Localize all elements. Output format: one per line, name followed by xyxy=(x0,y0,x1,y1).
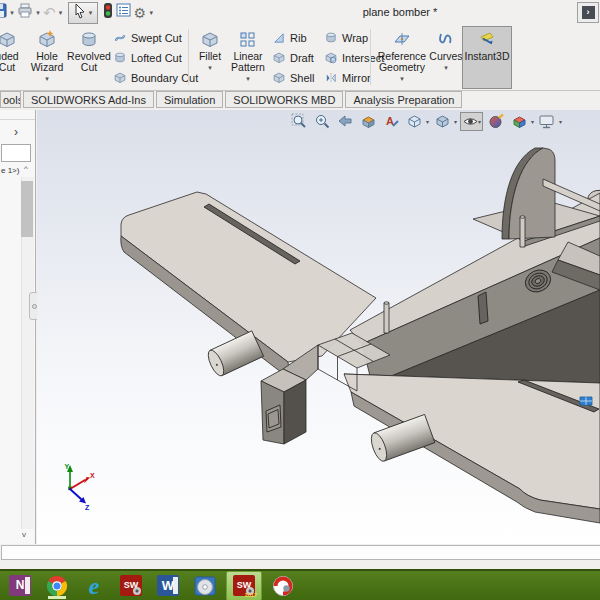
triad-z-label: Z xyxy=(85,504,90,511)
view-orientation-caret-icon[interactable] xyxy=(426,118,429,125)
apply-scene-button[interactable] xyxy=(509,112,529,131)
command-flyout-button[interactable] xyxy=(577,2,599,23)
instant3d-button[interactable]: Instant3D xyxy=(462,26,512,89)
tail-fin-face[interactable] xyxy=(509,148,555,239)
print-button[interactable] xyxy=(17,2,33,24)
status-strip xyxy=(0,560,600,569)
undo-button[interactable] xyxy=(43,2,56,24)
linear-pattern-button[interactable]: Linear Pattern xyxy=(226,27,270,87)
tab-simulation[interactable]: Simulation xyxy=(156,91,223,108)
hide-show-items-icon xyxy=(462,113,479,130)
rib-icon xyxy=(272,31,286,45)
feature-tree-root-text[interactable]: e 1>) xyxy=(1,166,19,175)
reference-geometry-caret-icon[interactable] xyxy=(398,73,406,84)
curves-button[interactable]: Curves xyxy=(428,27,464,87)
zoom-to-fit-button[interactable] xyxy=(289,112,309,131)
taskbar-chrome-button[interactable] xyxy=(45,572,69,599)
display-style-caret-icon[interactable] xyxy=(454,118,457,125)
hole-wizard-button[interactable]: Hole Wizard xyxy=(27,27,67,87)
taskbar-solidworks-button[interactable] xyxy=(119,572,143,599)
rebuild-button[interactable] xyxy=(102,2,114,24)
fuselage-peg-front[interactable] xyxy=(384,302,389,333)
print-dropdown-caret-icon[interactable] xyxy=(34,9,42,17)
edit-appearance-icon xyxy=(488,113,505,130)
shell-button[interactable]: Shell xyxy=(272,70,314,85)
boundary-cut-icon xyxy=(113,71,127,85)
taskbar-solidworks-2017-button-active[interactable]: 2017 xyxy=(226,571,262,600)
zoom-to-area-button[interactable] xyxy=(312,112,332,131)
save-dropdown-caret-icon[interactable] xyxy=(8,9,16,17)
boundary-cut-button[interactable]: Boundary Cut xyxy=(113,70,198,85)
solidworks-version-badge: 2017 xyxy=(245,592,257,598)
feature-badge-icon[interactable] xyxy=(580,397,592,405)
zoom-to-area-icon xyxy=(314,113,331,130)
scroll-up-arrow-icon[interactable]: ^ xyxy=(24,164,28,173)
view-orientation-button[interactable] xyxy=(404,112,424,131)
disc-tool-icon xyxy=(193,574,217,598)
print-icon xyxy=(17,3,33,22)
settings-button[interactable] xyxy=(134,2,147,24)
word-icon xyxy=(157,575,179,596)
draft-button[interactable]: Draft xyxy=(272,50,314,65)
swept-cut-icon xyxy=(113,31,127,45)
left-engine-cylinder[interactable] xyxy=(205,331,264,378)
save-button[interactable] xyxy=(0,2,7,24)
hide-show-items-button[interactable] xyxy=(460,112,483,131)
edit-appearance-button[interactable] xyxy=(486,112,506,131)
tab-solidworks-mbd[interactable]: SOLIDWORKS MBD xyxy=(225,91,343,108)
fuselage-side-slot[interactable] xyxy=(478,292,488,324)
scroll-down-arrow-icon[interactable]: v xyxy=(22,530,26,539)
fillet-caret-icon[interactable] xyxy=(206,62,214,73)
taskbar-onenote-button[interactable] xyxy=(8,572,32,599)
linear-pattern-caret-icon[interactable] xyxy=(244,73,252,84)
status-message-bar xyxy=(1,545,600,560)
reference-geometry-button[interactable]: Reference Geometry xyxy=(374,27,430,87)
lofted-cut-button[interactable]: Lofted Cut xyxy=(113,50,198,65)
wrap-icon xyxy=(324,31,338,45)
display-style-button[interactable] xyxy=(432,112,452,131)
apply-scene-icon xyxy=(511,113,528,130)
taskbar-edrawings-button[interactable] xyxy=(271,572,295,599)
tree-scrollbar-thumb[interactable] xyxy=(21,181,33,237)
tab-solidworks-add-ins[interactable]: SOLIDWORKS Add-Ins xyxy=(23,91,154,108)
draft-icon xyxy=(272,51,286,65)
feature-tree-filter-box[interactable] xyxy=(1,144,31,162)
lofted-cut-icon xyxy=(113,51,127,65)
select-dropdown-caret-icon[interactable] xyxy=(87,9,95,17)
fillet-button[interactable]: Fillet xyxy=(192,27,228,87)
swept-cut-button[interactable]: Swept Cut xyxy=(113,30,198,45)
settings-dropdown-caret-icon[interactable] xyxy=(147,9,155,17)
taskbar-disc-tool-button[interactable] xyxy=(193,572,217,599)
extruded-cut-button[interactable]: uded Cut xyxy=(0,27,30,87)
taskbar-internet-explorer-button[interactable] xyxy=(82,572,106,599)
windows-taskbar: 2017 xyxy=(0,569,600,600)
view-settings-button[interactable] xyxy=(537,112,557,131)
intersect-icon xyxy=(324,51,338,65)
view-settings-caret-icon[interactable] xyxy=(559,118,562,125)
tab-analysis-preparation[interactable]: Analysis Preparation xyxy=(345,91,462,108)
feature-panel-header xyxy=(0,110,35,120)
options-list-button[interactable] xyxy=(116,2,132,24)
view-settings-icon xyxy=(538,113,556,130)
section-view-button[interactable] xyxy=(358,112,378,131)
fuselage-peg-rear[interactable] xyxy=(520,216,525,247)
apply-scene-caret-icon[interactable] xyxy=(531,118,534,125)
panel-expand-arrow-icon[interactable]: › xyxy=(14,125,18,139)
annotation-views-button[interactable]: A xyxy=(381,112,401,131)
undo-dropdown-caret-icon[interactable] xyxy=(57,9,65,17)
select-tool-button[interactable] xyxy=(68,2,98,24)
graphics-viewport[interactable]: Y X Z A xyxy=(37,110,600,544)
undo-icon xyxy=(43,4,56,22)
tab-tools-clipped[interactable]: ools xyxy=(0,91,21,108)
taskbar-word-button[interactable] xyxy=(156,572,180,599)
extruded-cut-icon xyxy=(0,30,17,50)
revolved-cut-button[interactable]: Revolved Cut xyxy=(66,27,112,87)
nose-block[interactable] xyxy=(261,369,306,444)
plane-bomber-model[interactable]: Y X Z xyxy=(37,110,600,544)
hole-wizard-caret-icon[interactable] xyxy=(43,73,51,84)
curves-caret-icon[interactable] xyxy=(442,62,450,73)
previous-view-button[interactable] xyxy=(335,112,355,131)
hide-show-items-caret-icon[interactable] xyxy=(478,118,481,125)
rib-button[interactable]: Rib xyxy=(272,30,314,45)
triad-x-label: X xyxy=(90,472,95,479)
